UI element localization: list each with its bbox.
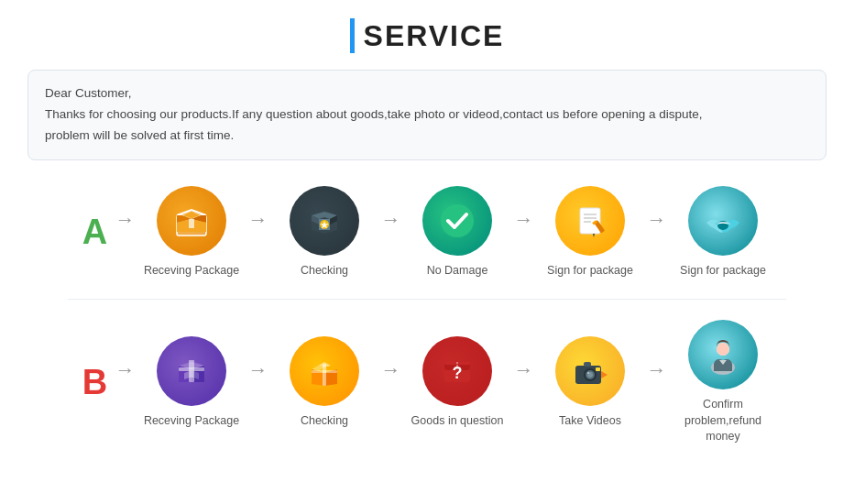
a-step1-label: Receving Package <box>144 263 239 279</box>
a-step4: Sign for package <box>538 186 643 279</box>
b-step4-icon <box>555 336 625 406</box>
a-step2-label: Checking <box>301 263 348 279</box>
svg-rect-30 <box>584 362 591 367</box>
svg-rect-18 <box>323 364 326 386</box>
title-bar <box>350 18 355 53</box>
arrow-a3: → <box>514 208 534 257</box>
b-step1-icon <box>157 336 226 406</box>
svg-marker-12 <box>593 234 595 237</box>
b-step5: Confirm problem,refund money <box>671 320 776 445</box>
a-step2: Checking <box>272 186 378 279</box>
arrow-b1: → <box>248 358 268 408</box>
svg-marker-32 <box>601 371 608 378</box>
arrow-a0: → <box>115 208 136 257</box>
svg-rect-4 <box>189 219 194 228</box>
flow-row-b: B → Receving Package <box>27 320 827 445</box>
b-step2: Checking <box>272 336 378 430</box>
a-step5-icon <box>688 186 758 256</box>
svg-rect-31 <box>596 367 600 371</box>
a-step4-label: Sign for package <box>547 263 633 279</box>
b-step5-label: Confirm problem,refund money <box>671 397 776 445</box>
b-step1: Receving Package <box>139 336 245 430</box>
flow-section: A → Receving Pa <box>27 186 827 445</box>
a-step2-icon <box>290 186 359 256</box>
svg-point-6 <box>441 204 474 237</box>
notice-line3: problem will be solved at first time. <box>45 126 809 147</box>
arrow-b4: → <box>647 358 667 408</box>
b-step2-label: Checking <box>301 413 348 430</box>
arrow-b2: → <box>381 358 401 408</box>
notice-box: Dear Customer, Thanks for choosing our p… <box>27 70 827 160</box>
b-step1-label: Receving Package <box>144 413 239 430</box>
page-title: SERVICE <box>350 18 505 53</box>
svg-rect-16 <box>179 367 204 371</box>
row-divider <box>68 299 787 300</box>
row-b-label: B <box>79 363 112 402</box>
a-step5-label: Sign for package <box>680 263 766 279</box>
b-step3: ? Goods in question <box>405 336 510 430</box>
a-step3-label: No Damage <box>427 263 488 279</box>
arrow-a4: → <box>647 208 667 257</box>
a-step3-icon <box>422 186 492 256</box>
notice-line1: Dear Customer, <box>45 83 809 104</box>
b-step4: Take Videos <box>538 336 643 430</box>
arrow-b0: → <box>115 358 136 408</box>
flow-row-a: A → Receving Pa <box>27 186 827 279</box>
arrow-b3: → <box>514 358 534 408</box>
b-step5-icon <box>688 320 758 389</box>
a-step3: No Damage <box>405 186 510 279</box>
notice-line2: Thanks for choosing our products.If any … <box>45 104 809 126</box>
arrow-a2: → <box>381 208 401 257</box>
svg-point-29 <box>587 372 589 374</box>
b-step3-label: Goods in question <box>411 413 504 430</box>
svg-point-35 <box>717 343 729 356</box>
svg-rect-17 <box>190 371 193 378</box>
title-text: SERVICE <box>364 19 505 53</box>
a-step4-icon <box>555 186 625 256</box>
a-step5: Sign for package <box>671 186 776 279</box>
arrow-a1: → <box>248 208 268 257</box>
b-step2-icon <box>290 336 359 406</box>
a-step1: Receving Package <box>139 186 245 279</box>
svg-rect-19 <box>312 370 337 373</box>
a-step1-icon <box>157 186 226 256</box>
b-step4-label: Take Videos <box>559 413 621 430</box>
b-step3-icon: ? <box>422 336 492 406</box>
row-a-label: A <box>79 213 112 252</box>
